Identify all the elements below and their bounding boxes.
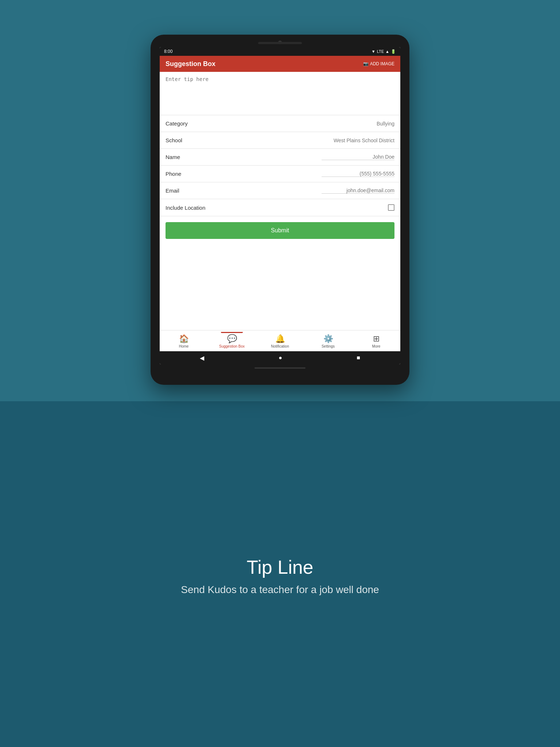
name-row[interactable]: Name <box>160 149 400 166</box>
notification-icon: 🔔 <box>275 334 285 344</box>
app-title: Suggestion Box <box>166 60 215 68</box>
page-title-section: Tip Line Send Kudos to a teacher for a j… <box>159 542 401 607</box>
name-label: Name <box>166 154 180 160</box>
school-label: School <box>166 137 182 143</box>
email-input[interactable] <box>322 187 394 194</box>
app-content: Category Bullying School West Plains Sch… <box>160 72 400 330</box>
tip-input[interactable] <box>166 76 394 109</box>
background-bottom: Tip Line Send Kudos to a teacher for a j… <box>0 401 560 747</box>
email-label: Email <box>166 187 179 194</box>
nav-item-home[interactable]: 🏠 Home <box>160 334 208 348</box>
phone-input[interactable] <box>322 171 394 177</box>
settings-label: Settings <box>322 344 335 348</box>
android-nav: ◀ ● ■ <box>160 351 400 364</box>
status-bar: 8:00 ▼ LTE ▲ 🔋 <box>160 47 400 56</box>
nav-item-settings[interactable]: ⚙️ Settings <box>304 334 352 348</box>
tablet-bottom-bar <box>254 367 306 369</box>
location-checkbox[interactable] <box>388 204 394 211</box>
more-label: More <box>372 344 381 348</box>
screen: 8:00 ▼ LTE ▲ 🔋 Suggestion Box 📷 ADD IMAG… <box>160 47 400 364</box>
location-row[interactable]: Include Location <box>160 199 400 216</box>
nav-item-more[interactable]: ⊞ More <box>352 334 400 348</box>
notification-label: Notification <box>271 344 289 348</box>
lte-label: LTE <box>377 49 384 54</box>
school-value: West Plains School District <box>334 138 394 143</box>
tablet-frame: 8:00 ▼ LTE ▲ 🔋 Suggestion Box 📷 ADD IMAG… <box>151 35 409 385</box>
background-top: 8:00 ▼ LTE ▲ 🔋 Suggestion Box 📷 ADD IMAG… <box>0 0 560 401</box>
settings-icon: ⚙️ <box>323 334 333 344</box>
back-button[interactable]: ◀ <box>200 355 204 361</box>
app-header: Suggestion Box 📷 ADD IMAGE <box>160 56 400 72</box>
category-value: Bullying <box>377 121 394 127</box>
add-image-label: ADD IMAGE <box>370 61 394 66</box>
category-label: Category <box>166 120 188 127</box>
nav-item-notification[interactable]: 🔔 Notification <box>256 334 304 348</box>
time: 8:00 <box>164 49 172 54</box>
camera-icon: 📷 <box>363 61 369 66</box>
submit-button[interactable]: Submit <box>166 222 394 239</box>
suggestion-box-icon: 💬 <box>227 334 237 344</box>
home-icon: 🏠 <box>179 334 189 344</box>
recent-button[interactable]: ■ <box>357 355 360 361</box>
tablet-speaker <box>258 42 302 44</box>
name-input[interactable] <box>322 154 394 160</box>
home-button[interactable]: ● <box>279 355 282 361</box>
bottom-nav: 🏠 Home 💬 Suggestion Box 🔔 Notification ⚙… <box>160 330 400 351</box>
category-row[interactable]: Category Bullying <box>160 115 400 132</box>
page-subtitle: Send Kudos to a teacher for a job well d… <box>181 584 379 596</box>
signal-icon: ▲ <box>385 49 389 54</box>
add-image-button[interactable]: 📷 ADD IMAGE <box>363 61 394 66</box>
location-label: Include Location <box>166 205 205 211</box>
suggestion-box-label: Suggestion Box <box>219 344 245 348</box>
tip-section[interactable] <box>160 72 400 115</box>
phone-label: Phone <box>166 171 181 177</box>
status-icons: ▼ LTE ▲ 🔋 <box>372 49 396 54</box>
page-title: Tip Line <box>246 556 313 578</box>
nav-item-suggestion-box[interactable]: 💬 Suggestion Box <box>208 334 256 348</box>
home-label: Home <box>179 344 189 348</box>
email-row[interactable]: Email <box>160 182 400 199</box>
school-row[interactable]: School West Plains School District <box>160 132 400 149</box>
phone-row[interactable]: Phone <box>160 166 400 182</box>
battery-icon: 🔋 <box>391 49 396 54</box>
wifi-icon: ▼ <box>372 49 376 54</box>
more-icon: ⊞ <box>373 334 380 344</box>
